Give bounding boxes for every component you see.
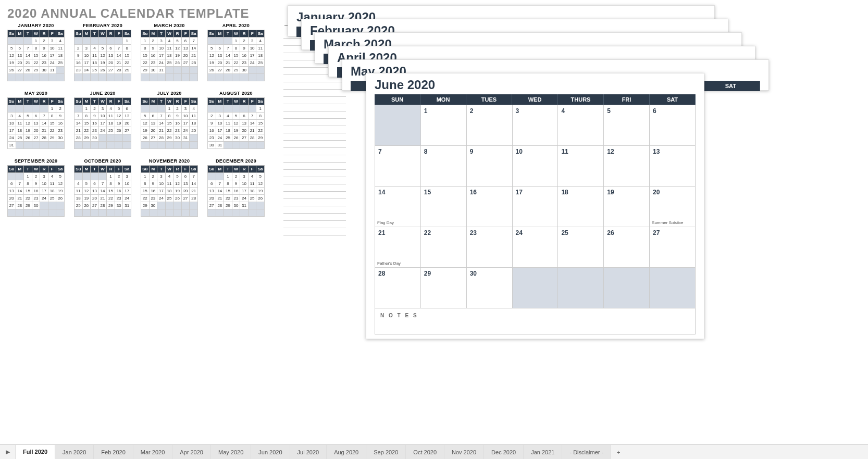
- mini-day-cell: 8: [141, 180, 150, 188]
- month-day-cell[interactable]: 2: [466, 105, 512, 146]
- month-day-cell[interactable]: 28: [375, 268, 421, 308]
- mini-day-cell: [24, 142, 32, 149]
- sheet-tab[interactable]: May 2020: [211, 445, 251, 459]
- month-day-cell[interactable]: 19: [604, 187, 650, 227]
- month-day-cell[interactable]: 13: [650, 146, 696, 187]
- month-day-cell[interactable]: 17: [512, 187, 558, 227]
- mini-day-cell: 30: [173, 134, 182, 142]
- mini-day-cell: 30: [115, 202, 123, 209]
- mini-day-cell: 22: [232, 59, 240, 67]
- mini-day-cell: [181, 202, 190, 209]
- month-day-cell[interactable]: 18: [558, 187, 604, 227]
- mini-day-cell: [216, 74, 224, 81]
- sheet-tab[interactable]: Jan 2020: [55, 445, 94, 459]
- mini-day-cell: 26: [173, 195, 182, 202]
- mini-day-cell: [240, 105, 249, 113]
- sheet-tab[interactable]: - Disclaimer -: [562, 445, 611, 459]
- month-day-cell[interactable]: 5: [604, 105, 650, 146]
- mini-day-cell: [165, 202, 173, 209]
- mini-day-header: Su: [141, 98, 150, 105]
- mini-day-header: Su: [141, 30, 150, 38]
- sheet-tab[interactable]: Full 2020: [16, 445, 55, 459]
- month-day-cell[interactable]: [650, 268, 696, 308]
- sheet-tab[interactable]: Oct 2020: [406, 445, 444, 459]
- month-day-cell[interactable]: 21Father's Day: [375, 227, 421, 268]
- mini-day-header: W: [32, 30, 40, 38]
- mini-day-cell: 9: [149, 45, 157, 52]
- mini-day-cell: 14: [98, 188, 107, 195]
- mini-day-cell: [8, 209, 16, 217]
- mini-day-cell: 11: [75, 188, 83, 195]
- sheet-tab[interactable]: Feb 2020: [94, 445, 133, 459]
- month-day-cell[interactable]: 29: [420, 268, 466, 308]
- mini-day-cell: 27: [91, 202, 99, 209]
- mini-day-cell: [82, 142, 91, 149]
- month-day-cell[interactable]: 10: [512, 146, 558, 187]
- mini-day-cell: 16: [40, 52, 48, 59]
- tab-nav-prev[interactable]: ▶: [0, 445, 16, 459]
- sheet-tab[interactable]: Jun 2020: [251, 445, 290, 459]
- mini-day-header: R: [240, 166, 249, 173]
- month-day-cell[interactable]: 25: [558, 227, 604, 268]
- month-day-cell[interactable]: 15: [420, 187, 466, 227]
- mini-day-header: M: [149, 98, 157, 105]
- sheet-tab[interactable]: Nov 2020: [444, 445, 484, 459]
- sheet-tab[interactable]: Jan 2021: [524, 445, 562, 459]
- month-day-cell[interactable]: [512, 268, 558, 308]
- month-day-cell[interactable]: 27: [650, 227, 696, 268]
- month-day-cell[interactable]: 7: [375, 146, 421, 187]
- month-day-cell[interactable]: [375, 105, 421, 146]
- mini-day-cell: [141, 209, 150, 217]
- month-day-cell[interactable]: [604, 268, 650, 308]
- mini-day-cell: 11: [91, 52, 99, 59]
- month-day-cell[interactable]: 3: [512, 105, 558, 146]
- month-day-cell[interactable]: 4: [558, 105, 604, 146]
- mini-day-cell: 3: [216, 113, 224, 120]
- month-day-cell[interactable]: 30: [466, 268, 512, 308]
- sheet-tab[interactable]: Dec 2020: [484, 445, 524, 459]
- month-day-cell[interactable]: 1: [420, 105, 466, 146]
- mini-day-cell: [16, 74, 24, 81]
- month-day-cell[interactable]: 8: [420, 146, 466, 187]
- mini-day-cell: 23: [149, 195, 157, 202]
- sheet-tab[interactable]: Jul 2020: [290, 445, 327, 459]
- mini-day-cell: 17: [123, 188, 131, 195]
- month-day-cell[interactable]: 11: [558, 146, 604, 187]
- mini-day-cell: [16, 209, 24, 217]
- month-day-cell[interactable]: 12: [604, 146, 650, 187]
- mini-calendar: JANUARY 2020SuMTWRFSa1234567891011121314…: [7, 23, 65, 81]
- mini-day-header: F: [48, 166, 56, 173]
- mini-day-header: R: [40, 166, 48, 173]
- mini-day-cell: [232, 74, 240, 81]
- month-day-cell[interactable]: 16: [466, 187, 512, 227]
- sheet-tab[interactable]: Aug 2020: [327, 445, 366, 459]
- sheet-tab[interactable]: Apr 2020: [172, 445, 211, 459]
- month-day-cell[interactable]: 26: [604, 227, 650, 268]
- add-sheet-button[interactable]: +: [611, 445, 626, 459]
- mini-day-cell: 5: [173, 173, 182, 180]
- mini-day-cell: [165, 67, 173, 74]
- month-notes-section[interactable]: N O T E S: [375, 308, 696, 334]
- mini-day-cell: [165, 74, 173, 81]
- mini-calendar-title: DECEMBER 2020: [207, 158, 265, 164]
- mini-day-cell: 26: [232, 134, 240, 142]
- mini-day-cell: 15: [141, 52, 150, 59]
- month-day-cell[interactable]: 24: [512, 227, 558, 268]
- month-day-cell[interactable]: 9: [466, 146, 512, 187]
- month-day-cell[interactable]: [558, 268, 604, 308]
- sheet-tab[interactable]: Mar 2020: [133, 445, 172, 459]
- mini-day-cell: 3: [123, 173, 131, 180]
- month-day-cell[interactable]: 6: [650, 105, 696, 146]
- mini-day-cell: 28: [248, 134, 256, 142]
- month-day-cell[interactable]: 23: [466, 227, 512, 268]
- mini-day-cell: 7: [98, 180, 107, 188]
- mini-day-cell: 21: [157, 127, 166, 134]
- mini-day-cell: 3: [157, 173, 166, 180]
- month-day-cell[interactable]: 14Flag Day: [375, 187, 421, 227]
- notes-line: [283, 192, 346, 199]
- month-day-cell[interactable]: 22: [420, 227, 466, 268]
- mini-day-cell: 13: [8, 188, 16, 195]
- sheet-tab[interactable]: Sep 2020: [366, 445, 406, 459]
- month-day-cell[interactable]: 20Summer Solstice: [650, 187, 696, 227]
- mini-day-header: T: [91, 98, 99, 105]
